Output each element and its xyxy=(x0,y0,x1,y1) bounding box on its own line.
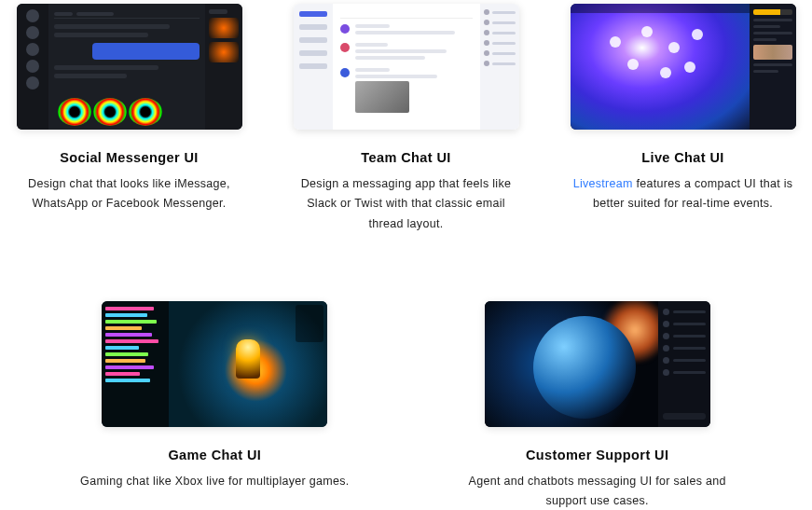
card-desc: Livestream features a compact UI that is… xyxy=(561,174,805,214)
card-title: Live Chat UI xyxy=(641,150,724,165)
thumbnail-game-chat[interactable] xyxy=(102,301,327,427)
card-game-chat: Game Chat UI Gaming chat like Xbox live … xyxy=(65,301,364,510)
thumbnail-social-messenger[interactable] xyxy=(17,4,242,130)
card-live-chat: Live Chat UI Livestream features a compa… xyxy=(561,4,805,234)
card-title: Customer Support UI xyxy=(526,448,668,462)
card-team-chat: Team Chat UI Design a messaging app that… xyxy=(284,4,529,234)
card-social-messenger: Social Messenger UI Design chat that loo… xyxy=(7,4,252,234)
card-title: Game Chat UI xyxy=(168,448,261,462)
card-title: Social Messenger UI xyxy=(60,150,199,165)
card-row-2: Game Chat UI Gaming chat like Xbox live … xyxy=(0,301,812,510)
livestream-link[interactable]: Livestream xyxy=(573,177,633,190)
card-desc: Design chat that looks like iMessage, Wh… xyxy=(7,174,252,214)
card-desc: Design a messaging app that feels like S… xyxy=(284,174,529,234)
card-customer-support: Customer Support UI Agent and chatbots m… xyxy=(448,301,747,510)
card-desc: Gaming chat like Xbox live for multiplay… xyxy=(75,472,354,491)
thumbnail-customer-support[interactable] xyxy=(485,301,710,427)
card-title: Team Chat UI xyxy=(361,150,450,165)
thumbnail-live-chat[interactable] xyxy=(571,4,796,130)
card-grid: Social Messenger UI Design chat that loo… xyxy=(0,0,812,510)
card-desc: Agent and chatbots messaging UI for sale… xyxy=(448,472,747,510)
thumbnail-team-chat[interactable] xyxy=(294,4,519,130)
